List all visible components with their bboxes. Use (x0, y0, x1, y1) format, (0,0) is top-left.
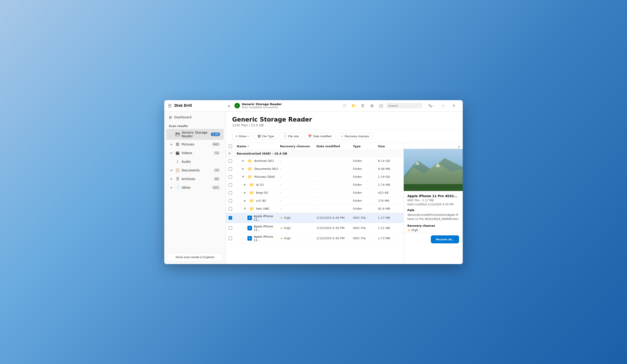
file-name: Documents (61) (254, 167, 278, 171)
table-row[interactable]: H Apple iPhone 11... ★ High 1/15/2020 4:… (226, 233, 404, 244)
recovery-value: High (284, 226, 291, 230)
check-icon: ✓ (236, 104, 238, 107)
date-cell: – (316, 167, 353, 171)
file-name-cell: H Apple iPhone 11... (237, 225, 280, 231)
new-file-button[interactable]: 📄 (340, 102, 349, 109)
th-date: Date modified (316, 144, 353, 148)
row-checkbox[interactable] (228, 159, 232, 163)
app-title: Disk Drill (174, 104, 192, 108)
recovery-chances-filter-button[interactable]: ☆ Recovery chances (337, 133, 372, 140)
table-row[interactable]: ▶ 📁 Documents (61) – – Folder 9.48 MB (226, 165, 404, 173)
date-modified-filter-button[interactable]: 📅 Date modified (305, 133, 335, 140)
sidebar-item-documents[interactable]: ▶ 📋 Documents 75 (166, 166, 224, 174)
recovery-cell: – (280, 191, 316, 194)
sidebar-item-generic-storage[interactable]: 💾 Generic Storage Reader 1.2K (166, 129, 224, 140)
table-row[interactable]: ▶ 📁 ai (1) – – Folder 2.74 MB (226, 181, 404, 189)
row-checkbox[interactable] (228, 207, 232, 211)
folder-button[interactable]: 📁 (350, 102, 358, 109)
size-cell: 9.48 MB (378, 167, 401, 171)
expand-icon[interactable]: ▶ (244, 191, 248, 194)
right-panel: Generic Storage Reader 1242 files / 13.5… (226, 112, 463, 264)
row-checkbox[interactable] (228, 226, 232, 230)
row-checkbox[interactable] (228, 199, 232, 203)
select-all-checkbox[interactable] (228, 144, 232, 148)
detail-panel: ⤢ (404, 143, 463, 264)
home-button[interactable]: ⌂ (225, 102, 233, 109)
minimize-button[interactable]: — (427, 102, 437, 109)
sidebar-item-other[interactable]: ▶ 📄 Other 221 (166, 183, 224, 192)
collapse-icon[interactable]: ▼ (228, 152, 230, 155)
table-row[interactable]: ▶ 📁 Archives (91) – – Folder 8.14 GB (226, 157, 404, 165)
expand-icon[interactable]: ▶ (242, 159, 246, 162)
date-cell: – (316, 159, 353, 163)
recovery-cell: – (280, 175, 316, 179)
table-row[interactable]: ▼ 📁 heic (46) – – Folder 92.6 MB (226, 205, 404, 213)
table-row[interactable]: ✓ H Apple iPhone 11... ★ High 1/15/2020 … (226, 213, 404, 223)
archives-icon: 🗄 (175, 177, 180, 181)
grid-view-button[interactable]: ⊞ (368, 102, 376, 109)
list-view-button[interactable]: ☰ (359, 102, 367, 109)
star-filter-icon: ☆ (341, 135, 343, 138)
sidebar-item-videos[interactable]: ▶ 🎬 Videos 12 (166, 149, 224, 157)
recovery-cell: ★ High (280, 226, 316, 230)
scan-results-label: Scan results (164, 123, 226, 129)
show-scan-results-button[interactable]: Show scan results in Explorer (167, 253, 223, 261)
table-row[interactable]: ▶ 📁 cr2 (6) – – Folder 176 MB (226, 197, 404, 205)
table-row[interactable]: H Apple iPhone 11... ★ High 1/15/2020 4:… (226, 223, 404, 233)
row-checkbox[interactable]: ✓ (228, 216, 232, 220)
sidebar-item-archives[interactable]: ▶ 🗄 Archives 92 (166, 175, 224, 183)
recovery-value: High (412, 228, 418, 232)
table-row[interactable]: ▶ 📁 bmp (5) – – Folder 423 KB (226, 189, 404, 197)
home-icon: ⌂ (228, 104, 230, 108)
search-box[interactable]: 🔍 (386, 103, 422, 108)
expand-icon-docs: ▶ (170, 169, 173, 172)
expand-icon[interactable]: ▶ (242, 167, 246, 170)
th-recovery: Recovery chances (280, 144, 316, 148)
expand-icon[interactable]: ▶ (244, 199, 248, 202)
expand-icon[interactable]: ▶ (244, 183, 248, 186)
date-cell: 1/15/2020 4:30 PM (316, 216, 353, 220)
date-modified-label: Date modified (313, 135, 331, 138)
expand-icon-other: ▶ (170, 186, 173, 189)
file-size-filter-button[interactable]: 📄 File size (280, 133, 303, 140)
row-checkbox[interactable] (228, 183, 232, 187)
maximize-button[interactable]: □ (438, 102, 448, 109)
row-checkbox[interactable] (228, 236, 232, 240)
recover-all-button[interactable]: Recover all... (431, 235, 459, 243)
file-name: Pictures (504) (254, 175, 275, 179)
recovery-star-icon: ★ (407, 228, 410, 232)
sidebar-item-pictures[interactable]: ▶ 🖼 Pictures 842 (166, 140, 224, 148)
file-size-label: File size (288, 135, 299, 138)
expand-icon[interactable]: ▼ (242, 175, 246, 178)
type-cell: HEIC File (353, 226, 378, 230)
row-checkbox[interactable] (228, 175, 232, 179)
sidebar-dashboard-item[interactable]: ⊞ Dashboard (164, 112, 226, 123)
split-view-button[interactable]: ⬜ (377, 102, 385, 109)
search-input[interactable] (388, 104, 426, 107)
row-checkbox[interactable] (228, 191, 232, 195)
expand-icon[interactable]: ▼ (244, 207, 248, 210)
open-external-icon[interactable]: ⤢ (458, 144, 461, 149)
file-name-cell: ▶ 📁 Archives (91) (237, 159, 280, 163)
show-filter-button[interactable]: ≡ Show ▾ (232, 133, 252, 140)
size-cell: 92.6 MB (378, 207, 401, 210)
type-cell: Folder (353, 199, 378, 202)
hamburger-menu-icon[interactable]: ☰ (168, 103, 172, 108)
sidebar-item-audio[interactable]: ♪ Audio (166, 158, 224, 166)
recovery-chances-label: Recovery chances (345, 135, 369, 138)
audio-icon: ♪ (175, 159, 180, 164)
file-type-filter-button[interactable]: 🖼 File Type (254, 133, 277, 140)
table-row[interactable]: ▼ 📁 Pictures (504) – – Folder 1.19 GB (226, 173, 404, 181)
close-button[interactable]: ✕ (449, 102, 459, 109)
type-cell: Folder (353, 191, 378, 194)
row-checkbox[interactable] (228, 167, 232, 171)
file-name: Apple iPhone 11... (254, 225, 280, 231)
type-cell: Folder (353, 183, 378, 186)
titlebar-toolbar: 📄 📁 ☰ ⊞ ⬜ 🔍 (340, 102, 427, 109)
sort-icon[interactable]: ↓ (247, 145, 249, 148)
chevron-down-icon: ▾ (247, 135, 249, 137)
heic-file-icon: H (247, 216, 252, 220)
sidebar-bottom: Show scan results in Explorer (164, 250, 226, 264)
file-name-cell: ▶ 📁 ai (1) (237, 182, 280, 187)
file-table[interactable]: Name ↓ Recovery chances Date modified Ty… (226, 143, 404, 264)
